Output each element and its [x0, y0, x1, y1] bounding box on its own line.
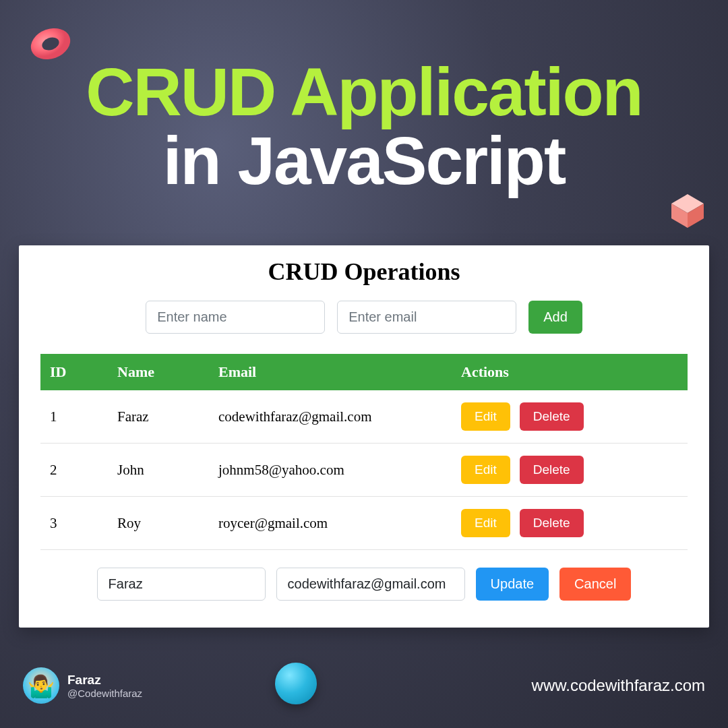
table-header: ID Name Email Actions [40, 354, 688, 390]
site-url: www.codewithfaraz.com [532, 676, 705, 695]
delete-button[interactable]: Delete [520, 509, 584, 537]
add-button[interactable]: Add [528, 301, 582, 334]
col-actions: Actions [461, 363, 678, 381]
profile-handle: @Codewithfaraz [67, 688, 142, 699]
edit-name-input[interactable] [97, 568, 266, 601]
footer: Faraz @Codewithfaraz www.codewithfaraz.c… [23, 667, 705, 704]
cell-id: 2 [50, 462, 117, 479]
col-email: Email [218, 363, 461, 381]
col-id: ID [50, 363, 117, 381]
add-form: Add [40, 301, 688, 334]
title-line-1: CRUD Application [0, 57, 728, 126]
name-input[interactable] [146, 301, 325, 334]
edit-email-input[interactable] [276, 568, 465, 601]
table-row: 3 Roy roycer@gmail.com Edit Delete [40, 497, 688, 550]
card-heading: CRUD Operations [40, 257, 688, 286]
edit-form: Update Cancel [40, 568, 688, 601]
cell-name: Faraz [117, 408, 218, 425]
delete-button[interactable]: Delete [520, 402, 584, 431]
cell-email: johnm58@yahoo.com [218, 462, 461, 479]
cube-decoration [667, 190, 708, 231]
table-row: 1 Faraz codewithfaraz@gmail.com Edit Del… [40, 390, 688, 444]
title-line-2: in JavaScript [0, 126, 728, 195]
edit-button[interactable]: Edit [461, 509, 510, 537]
cell-name: Roy [117, 515, 218, 532]
profile-name: Faraz [67, 673, 142, 688]
edit-button[interactable]: Edit [461, 402, 510, 431]
cell-email: roycer@gmail.com [218, 515, 461, 532]
cell-name: John [117, 462, 218, 479]
edit-button[interactable]: Edit [461, 456, 510, 484]
avatar [23, 667, 59, 704]
col-name: Name [117, 363, 218, 381]
cell-email: codewithfaraz@gmail.com [218, 408, 461, 425]
cell-id: 3 [50, 515, 117, 532]
table-row: 2 John johnm58@yahoo.com Edit Delete [40, 444, 688, 497]
email-input[interactable] [337, 301, 516, 334]
profile: Faraz @Codewithfaraz [23, 667, 142, 704]
update-button[interactable]: Update [476, 568, 549, 601]
crud-card: CRUD Operations Add ID Name Email Action… [19, 245, 709, 628]
cell-id: 1 [50, 408, 117, 425]
page-title: CRUD Application in JavaScript [0, 57, 728, 195]
cancel-button[interactable]: Cancel [559, 568, 631, 601]
delete-button[interactable]: Delete [520, 456, 584, 484]
